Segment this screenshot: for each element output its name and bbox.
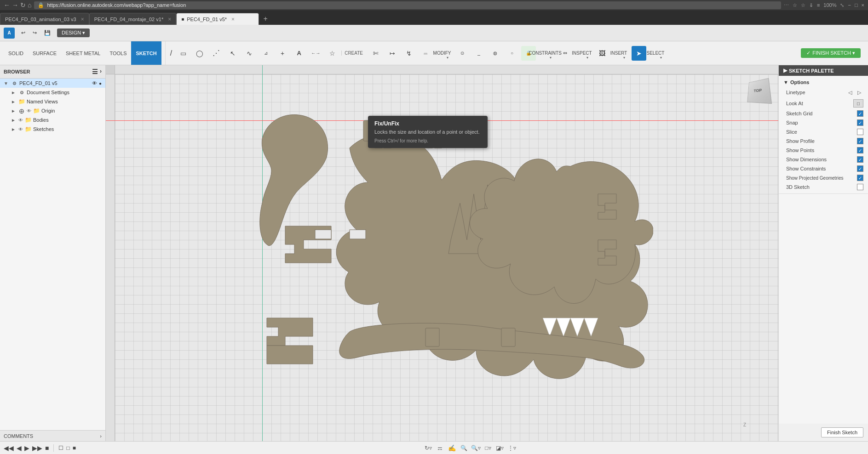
undo-btn[interactable]: ↩ <box>18 29 28 37</box>
tab-3-close[interactable]: × <box>231 16 235 23</box>
show-points-checkbox[interactable]: ✓ <box>857 147 863 153</box>
constraints-dropdown[interactable]: CONSTRAINTS <box>538 46 552 61</box>
text-tool[interactable]: A <box>292 46 306 61</box>
tab-3[interactable]: ■ PEC4_FD_01 v5* × <box>176 13 259 25</box>
fit-tool-btn[interactable]: 🔍▿ <box>471 443 481 453</box>
browser-nav[interactable]: ← → ↻ ⌂ <box>4 1 31 9</box>
trim-tool[interactable]: ✄ <box>368 46 383 61</box>
comments-expand-icon[interactable]: › <box>100 433 102 439</box>
tab-solid[interactable]: SOLID <box>4 41 28 65</box>
camera-mode-icon[interactable]: ☐ <box>58 445 63 451</box>
scene-settings-btn[interactable]: ⋮▿ <box>507 443 517 453</box>
show-projected-checkbox[interactable]: ✓ <box>857 175 863 181</box>
ellipse-tool[interactable]: ☆ <box>325 46 339 61</box>
root-item[interactable]: ▼ ⚙ PEC4_FD_01 v5 👁 ● <box>0 79 105 88</box>
hand-tool-btn[interactable]: ✍ <box>447 443 457 453</box>
tab-tools[interactable]: TOOLS <box>105 41 131 65</box>
tab-sheet-metal[interactable]: SHEET METAL <box>61 41 105 65</box>
display-mode-btn[interactable]: □▿ <box>483 443 493 453</box>
tab-2-close[interactable]: × <box>168 16 171 23</box>
mirror-tool[interactable]: ⎓ <box>418 46 433 61</box>
tab-1[interactable]: PEC4_FD_03_animation_03 v3 × <box>0 13 89 25</box>
point-tool[interactable]: + <box>275 46 290 61</box>
tab-surface[interactable]: SURFACE <box>28 41 61 65</box>
expand-icon[interactable]: ⤡ <box>840 2 844 8</box>
playback-prev-icon[interactable]: ◀ <box>17 444 22 452</box>
grid-toggle-btn[interactable]: ◪▿ <box>495 443 505 453</box>
root-settings-btn[interactable]: ● <box>99 81 102 86</box>
star-icon[interactable]: ☆ <box>801 2 805 8</box>
sketch-grid-checkbox[interactable]: ✓ <box>857 110 863 117</box>
tab-sketch[interactable]: SKETCH <box>131 41 161 65</box>
history-icon[interactable]: ≡ <box>817 2 820 8</box>
playback-next-icon[interactable]: ▶ <box>24 444 29 452</box>
browser-menu-icon[interactable]: ☰ <box>92 68 98 75</box>
select-dropdown[interactable]: SELECT <box>648 46 663 61</box>
download-icon[interactable]: ⇓ <box>809 2 813 8</box>
browser-expand-icon[interactable]: › <box>100 68 102 75</box>
linetype-right-icon[interactable]: ▷ <box>855 88 863 96</box>
spline-tool[interactable]: ∿ <box>242 46 257 61</box>
arc-tool[interactable]: ⋰ <box>209 46 224 61</box>
fillet-tool[interactable]: ↯ <box>402 46 416 61</box>
display-mode-icon[interactable]: □ <box>66 445 69 451</box>
tab-1-close[interactable]: × <box>81 16 84 23</box>
origin-eye-icon[interactable]: 👁 <box>27 108 31 114</box>
measure-tool[interactable]: ⇔ <box>558 46 573 61</box>
bookmark-icon[interactable]: ☆ <box>793 2 797 8</box>
save-btn[interactable]: 💾 <box>41 29 53 37</box>
insert-canvas-tool[interactable]: 🖼 <box>595 46 609 61</box>
options-title[interactable]: ▼ Options <box>779 78 868 87</box>
show-dimensions-checkbox[interactable]: ✓ <box>857 156 863 163</box>
snap-checkbox[interactable]: ✓ <box>857 119 863 126</box>
home-btn[interactable]: ⌂ <box>28 1 31 9</box>
pan-tool-btn[interactable]: ⚎ <box>435 443 445 453</box>
menu-icon[interactable]: ⋯ <box>784 2 789 8</box>
named-views-item[interactable]: ► 📁 Named Views <box>0 97 105 106</box>
concentric-tool[interactable]: ◍ <box>488 46 503 61</box>
bodies-eye-icon[interactable]: 👁 <box>18 118 23 123</box>
root-eye-icon[interactable]: 👁 <box>92 80 97 86</box>
finish-sketch-panel-btn[interactable]: Finish Sketch <box>821 427 863 437</box>
design-dropdown-btn[interactable]: DESIGN ▾ <box>57 28 90 37</box>
tab-2[interactable]: PEC4_FD_04_montaje_02 v1* × <box>89 13 176 25</box>
collinear-tool[interactable]: ⎯ <box>471 46 486 61</box>
refresh-btn[interactable]: ↻ <box>20 1 26 9</box>
address-bar[interactable]: 🔒 https://fusion.online.autodesk.com/web… <box>34 1 781 9</box>
minimize-icon[interactable]: − <box>848 2 851 8</box>
conic-tool[interactable]: ⊿ <box>259 46 273 61</box>
midpoint-tool[interactable]: ○ <box>505 46 519 61</box>
circle-tool[interactable]: ◯ <box>192 46 207 61</box>
3d-sketch-checkbox[interactable] <box>857 184 863 190</box>
sketches-item[interactable]: ► 👁 📁 Sketches <box>0 125 105 134</box>
show-profile-checkbox[interactable]: ✓ <box>857 138 863 144</box>
linetype-left-icon[interactable]: ◁ <box>846 88 854 96</box>
view-cube[interactable]: TOP <box>746 79 774 107</box>
coincident-tool[interactable]: ⊙ <box>455 46 470 61</box>
back-btn[interactable]: ← <box>4 1 10 9</box>
forward-btn[interactable]: → <box>12 1 18 9</box>
inspect-dropdown[interactable]: INSPECT <box>575 46 589 61</box>
view-cube-label[interactable]: TOP <box>747 78 772 104</box>
canvas-area[interactable]: Fix/UnFix Locks the size and location of… <box>106 65 778 441</box>
palette-collapse-icon[interactable]: ▶ <box>783 68 787 74</box>
new-tab-btn[interactable]: + <box>259 13 272 25</box>
zoom-tool-btn[interactable]: 🔍 <box>459 443 469 453</box>
insert-dropdown[interactable]: INSERT <box>611 46 626 61</box>
rect-tool[interactable]: ▭ <box>176 46 190 61</box>
finish-sketch-btn[interactable]: ✓ FINISH SKETCH ▾ <box>801 48 861 58</box>
bodies-item[interactable]: ► 👁 📁 Bodies <box>0 115 105 125</box>
maximize-icon[interactable]: □ <box>855 2 858 8</box>
select-btn[interactable]: ➤ <box>632 46 646 61</box>
playback-start-icon[interactable]: ◀◀ <box>4 444 14 452</box>
slice-checkbox[interactable] <box>857 129 863 135</box>
doc-settings-item[interactable]: ► ⚙ Document Settings <box>0 88 105 97</box>
lookat-btn[interactable]: □ <box>853 99 863 108</box>
origin-item[interactable]: ► ⨁ 👁 📁 Origin <box>0 106 105 115</box>
extend-tool[interactable]: ↦ <box>385 46 400 61</box>
playback-stop-icon[interactable]: ■ <box>45 444 49 452</box>
sketches-eye-icon[interactable]: 👁 <box>18 127 23 132</box>
orbit-tool-btn[interactable]: ↻▿ <box>423 443 433 453</box>
modify-dropdown[interactable]: MODIFY <box>435 46 449 61</box>
dim-tool[interactable]: ←→ <box>308 46 323 61</box>
